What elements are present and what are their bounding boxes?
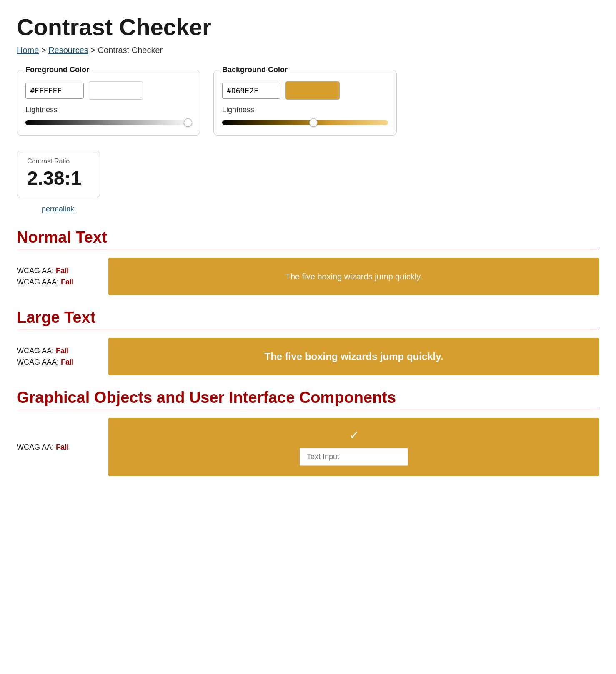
contrast-ratio-label: Contrast Ratio <box>27 158 90 165</box>
background-lightness-slider[interactable] <box>222 118 388 127</box>
foreground-lightness-label: Lightness <box>25 106 191 114</box>
large-text-sample: The five boxing wizards jump quickly. <box>265 351 443 362</box>
graphical-wcag-aa-result: Fail <box>56 443 69 451</box>
graphical-divider <box>17 410 599 410</box>
background-slider-track <box>222 120 388 125</box>
foreground-color-swatch <box>89 81 143 100</box>
foreground-hex-input[interactable] <box>25 83 84 99</box>
large-wcag-aa-result: Fail <box>56 347 69 355</box>
contrast-ratio-box: Contrast Ratio 2.38:1 <box>17 151 100 198</box>
background-input-row <box>222 81 388 100</box>
breadcrumb-current: Contrast Checker <box>98 45 163 55</box>
normal-text-preview: The five boxing wizards jump quickly. <box>108 258 599 295</box>
permalink[interactable]: permalink <box>42 205 599 214</box>
normal-wcag-aaa-result: Fail <box>61 278 74 286</box>
normal-text-divider <box>17 250 599 250</box>
foreground-slider-thumb[interactable] <box>184 118 192 127</box>
normal-text-row: WCAG AA: Fail WCAG AAA: Fail The five bo… <box>17 258 599 295</box>
breadcrumb-home[interactable]: Home <box>17 45 39 55</box>
normal-text-heading: Normal Text <box>17 229 599 246</box>
background-color-swatch <box>285 81 340 100</box>
normal-wcag-aaa-label: WCAG AAA: Fail <box>17 278 102 287</box>
color-pickers-row: Foreground Color Lightness Background Co… <box>17 70 599 136</box>
large-wcag-aaa-label: WCAG AAA: Fail <box>17 358 102 367</box>
normal-wcag-aa-label: WCAG AA: Fail <box>17 267 102 275</box>
breadcrumb-resources[interactable]: Resources <box>48 45 88 55</box>
large-text-preview: The five boxing wizards jump quickly. <box>108 338 599 375</box>
background-color-panel: Background Color Lightness <box>213 70 397 136</box>
background-legend: Background Color <box>220 65 290 74</box>
graphical-wcag-labels: WCAG AA: Fail <box>17 418 108 476</box>
graphical-row: WCAG AA: Fail ✓ <box>17 418 599 476</box>
large-wcag-aa-label: WCAG AA: Fail <box>17 347 102 355</box>
graphical-text-input[interactable] <box>300 448 408 466</box>
foreground-legend: Foreground Color <box>23 65 92 74</box>
contrast-ratio-value: 2.38:1 <box>27 167 90 189</box>
background-slider-thumb[interactable] <box>309 118 318 127</box>
large-text-heading: Large Text <box>17 309 599 327</box>
large-text-row: WCAG AA: Fail WCAG AAA: Fail The five bo… <box>17 338 599 375</box>
breadcrumb: Home > Resources > Contrast Checker <box>17 45 599 55</box>
normal-text-wcag-labels: WCAG AA: Fail WCAG AAA: Fail <box>17 258 108 295</box>
large-text-divider <box>17 330 599 330</box>
checkmark-icon: ✓ <box>349 428 359 442</box>
graphical-wcag-aa-label: WCAG AA: Fail <box>17 443 102 452</box>
foreground-input-row <box>25 81 191 100</box>
normal-wcag-aa-result: Fail <box>56 267 69 275</box>
large-text-wcag-labels: WCAG AA: Fail WCAG AAA: Fail <box>17 338 108 375</box>
background-lightness-label: Lightness <box>222 106 388 114</box>
page-title: Contrast Checker <box>17 13 599 40</box>
large-wcag-aaa-result: Fail <box>61 358 74 366</box>
background-hex-input[interactable] <box>222 83 280 99</box>
graphical-preview: ✓ <box>108 418 599 476</box>
foreground-slider-track <box>25 120 191 125</box>
normal-text-sample: The five boxing wizards jump quickly. <box>285 272 423 282</box>
foreground-color-panel: Foreground Color Lightness <box>17 70 200 136</box>
foreground-lightness-slider[interactable] <box>25 118 191 127</box>
graphical-heading: Graphical Objects and User Interface Com… <box>17 389 599 407</box>
